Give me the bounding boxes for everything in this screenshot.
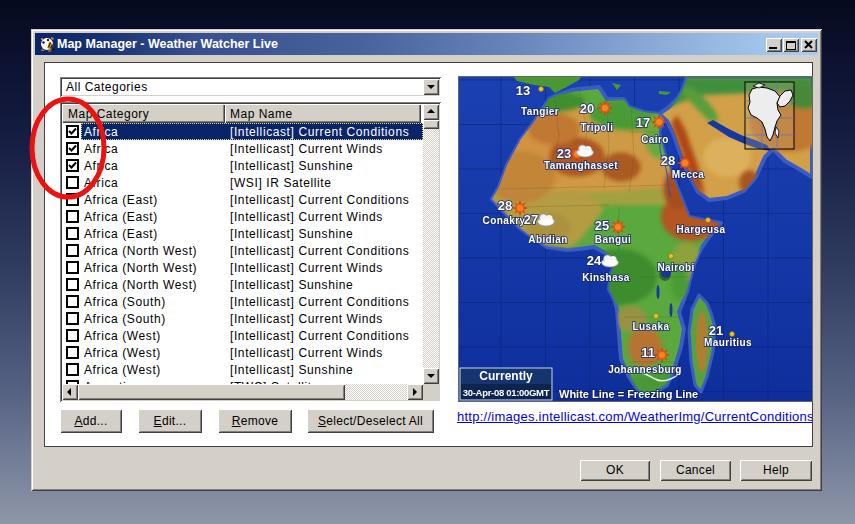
svg-text:Tamanghasset: Tamanghasset — [544, 160, 618, 171]
svg-text:28: 28 — [498, 198, 512, 213]
svg-text:Tripoli: Tripoli — [581, 122, 614, 133]
svg-text:30-Apr-08 01:00GMT: 30-Apr-08 01:00GMT — [463, 387, 550, 398]
svg-text:23: 23 — [557, 146, 571, 161]
svg-text:Lusaka: Lusaka — [633, 321, 670, 332]
svg-text:Cairo: Cairo — [641, 134, 669, 145]
svg-text:Conakry: Conakry — [483, 215, 526, 226]
svg-text:Mauritius: Mauritius — [704, 337, 752, 348]
svg-text:Mecca: Mecca — [672, 169, 705, 180]
svg-text:Abidian: Abidian — [528, 234, 567, 245]
svg-text:Currently: Currently — [479, 369, 533, 383]
svg-text:Bangui: Bangui — [595, 234, 631, 245]
svg-text:Hargeusa: Hargeusa — [677, 224, 726, 235]
svg-text:13: 13 — [516, 83, 530, 98]
svg-text:Johannesburg: Johannesburg — [608, 364, 682, 375]
svg-text:Kinshasa: Kinshasa — [582, 272, 630, 283]
svg-text:White Line = Freezing Line: White Line = Freezing Line — [559, 388, 698, 400]
svg-text:27: 27 — [524, 212, 538, 227]
svg-text:20: 20 — [580, 101, 594, 116]
svg-text:25: 25 — [595, 218, 609, 233]
svg-text:21: 21 — [709, 323, 723, 338]
svg-text:Nairobi: Nairobi — [657, 262, 694, 273]
svg-text:28: 28 — [661, 153, 675, 168]
svg-text:11: 11 — [641, 345, 655, 360]
svg-text:24: 24 — [587, 253, 602, 268]
svg-text:17: 17 — [636, 115, 650, 130]
svg-text:Tangier: Tangier — [521, 106, 559, 117]
